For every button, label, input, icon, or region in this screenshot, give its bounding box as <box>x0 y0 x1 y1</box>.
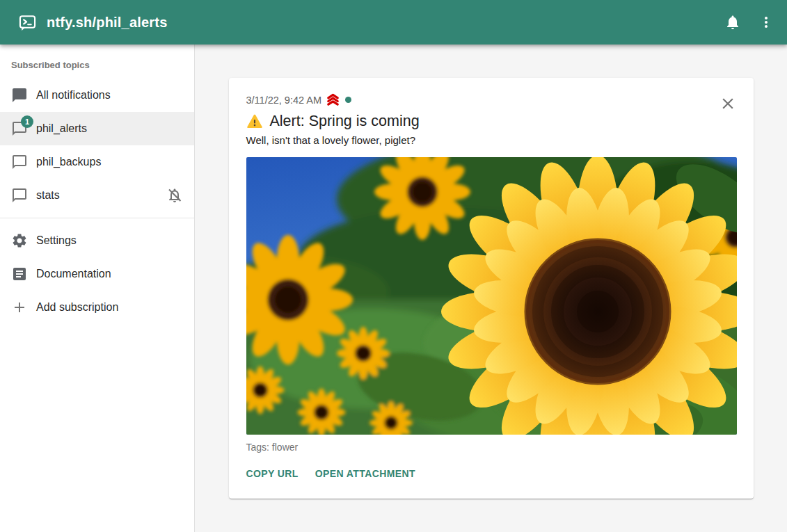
plus-icon <box>11 299 28 316</box>
notification-title-row: Alert: Spring is coming <box>246 113 737 130</box>
more-vert-icon <box>758 14 774 31</box>
priority-max-icon <box>325 92 341 108</box>
sidebar-item-label: All notifications <box>36 89 111 102</box>
sidebar: Subscribed topics All notifications 1 ph… <box>0 45 195 532</box>
sidebar-item-stats[interactable]: stats <box>0 179 194 212</box>
notification-card: 3/11/22, 9:42 AM <box>229 78 754 499</box>
sidebar-item-label: Add subscription <box>36 301 118 314</box>
sidebar-item-add-subscription[interactable]: Add subscription <box>0 291 194 324</box>
open-attachment-button[interactable]: OPEN ATTACHMENT <box>310 462 421 485</box>
unread-dot-indicator <box>345 97 351 103</box>
copy-url-button[interactable]: COPY URL <box>241 462 304 485</box>
notification-tags: Tags: flower <box>246 442 737 453</box>
attachment-image[interactable] <box>246 157 737 435</box>
subscribed-topics-label: Subscribed topics <box>0 50 194 79</box>
sidebar-divider <box>0 218 194 218</box>
more-vert-menu-button[interactable] <box>749 6 783 39</box>
chat-bubble-outline-icon <box>11 154 28 170</box>
chat-bubble-filled-icon <box>11 87 28 104</box>
sidebar-item-label: Documentation <box>36 268 111 280</box>
sidebar-item-label: Settings <box>36 234 77 247</box>
sidebar-item-phil-backups[interactable]: phil_backups <box>0 145 194 179</box>
ntfy-logo-icon <box>18 13 37 32</box>
close-notification-button[interactable] <box>719 95 737 113</box>
sidebar-item-label: stats <box>36 189 60 202</box>
notification-actions: COPY URL OPEN ATTACHMENT <box>241 462 737 485</box>
warning-emoji-icon <box>246 113 263 130</box>
sidebar-item-documentation[interactable]: Documentation <box>0 257 194 291</box>
sidebar-item-phil-alerts[interactable]: 1 phil_alerts <box>0 112 194 145</box>
appbar-title: ntfy.sh/phil_alerts <box>47 15 167 31</box>
notification-title: Alert: Spring is coming <box>270 113 420 130</box>
main-content: 3/11/22, 9:42 AM <box>195 45 787 532</box>
chat-bubble-outline-icon: 1 <box>11 120 28 137</box>
close-icon <box>719 95 737 113</box>
notification-meta: 3/11/22, 9:42 AM <box>246 92 737 108</box>
article-document-icon <box>11 266 28 282</box>
sidebar-item-all-notifications[interactable]: All notifications <box>0 79 194 112</box>
notifications-bell-button[interactable] <box>716 6 749 39</box>
notifications-muted-icon <box>166 187 183 204</box>
settings-gear-icon <box>11 232 28 249</box>
unread-count-badge: 1 <box>21 115 33 128</box>
bell-icon <box>724 14 741 31</box>
notification-timestamp: 3/11/22, 9:42 AM <box>246 95 322 106</box>
sidebar-item-label: phil_backups <box>36 156 101 168</box>
sidebar-item-label: phil_alerts <box>36 122 87 135</box>
sidebar-item-settings[interactable]: Settings <box>0 224 194 257</box>
chat-bubble-outline-icon <box>11 187 28 204</box>
appbar: ntfy.sh/phil_alerts <box>0 0 787 45</box>
notification-message: Well, isn't that a lovely flower, piglet… <box>246 134 737 146</box>
